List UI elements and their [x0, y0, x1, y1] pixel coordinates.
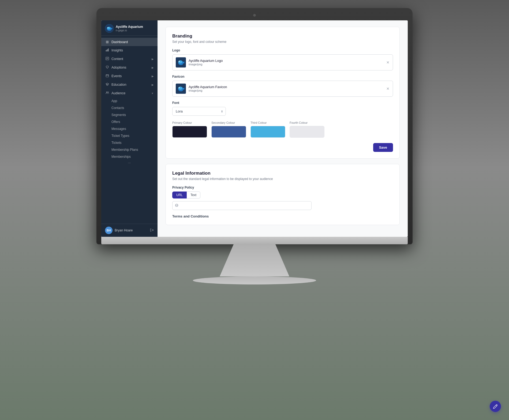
monitor-camera [101, 13, 408, 18]
sidebar-subitem-label: App [111, 99, 117, 103]
sidebar-item-insights[interactable]: Insights [101, 46, 158, 55]
sidebar-item-events[interactable]: Events ▶ [101, 72, 158, 80]
brand-name: Aycliffe Aquarium [116, 25, 143, 29]
sidebar-subitem-tickets[interactable]: Tickets [101, 139, 158, 146]
logo-label: Logo [172, 48, 393, 52]
svg-point-24 [178, 87, 182, 90]
third-colour-label: Third Colour [250, 121, 285, 124]
sidebar-subitem-label: Ticket Types [111, 134, 129, 138]
secondary-colour-swatch[interactable] [211, 126, 246, 138]
svg-rect-6 [108, 48, 109, 51]
logo-file-info: Aycliffe Aquarium Logo image/png [189, 59, 384, 66]
sidebar-item-content[interactable]: Content ▶ [101, 55, 158, 63]
sidebar-item-label: Insights [111, 48, 123, 52]
sidebar-subitem-label: Segments [111, 113, 126, 117]
secondary-colour-group: Secondary Colour [211, 121, 246, 138]
fourth-colour-group: Fourth Colour [290, 121, 324, 138]
privacy-policy-group: Privacy Policy URL Text [172, 186, 393, 210]
sidebar-item-adoptions[interactable]: Adoptions ▶ [101, 63, 158, 72]
font-label: Font [172, 101, 393, 105]
dashboard-icon: ⊞ [105, 40, 109, 44]
svg-point-21 [179, 61, 180, 62]
logo-thumbnail [176, 57, 186, 68]
font-select[interactable]: Lora Roboto Open Sans Montserrat Raleway [172, 107, 226, 116]
save-button[interactable]: Save [373, 143, 393, 152]
url-input-wrap [172, 201, 393, 210]
third-colour-group: Third Colour [250, 121, 285, 138]
adoptions-arrow: ▶ [152, 66, 154, 69]
sidebar-subitem-label: Membership Plans [111, 148, 138, 152]
favicon-remove-button[interactable]: ✕ [386, 87, 390, 91]
sidebar-subitem-messages[interactable]: Messages [101, 125, 158, 132]
education-arrow: ▶ [152, 83, 154, 86]
svg-point-2 [107, 27, 111, 29]
logo-file-name: Aycliffe Aquarium Logo [189, 59, 384, 63]
sidebar-subitem-label: Offers [111, 120, 120, 124]
sidebar-subitem-app[interactable]: App [101, 98, 158, 104]
secondary-colour-label: Secondary Colour [211, 121, 246, 124]
sidebar-subitem-offers[interactable]: Offers [101, 118, 158, 125]
branding-title: Branding [172, 33, 393, 39]
favicon-file-type: image/png [189, 89, 384, 92]
tab-text[interactable]: Text [187, 192, 200, 198]
sidebar-item-label: Audience [111, 91, 125, 95]
url-icon [175, 204, 178, 208]
sidebar-subitem-segments[interactable]: Segments [101, 111, 158, 118]
legal-subtitle: Set out the standard legal information t… [172, 177, 393, 181]
sidebar-subitem-label: Tickets [111, 141, 122, 145]
privacy-tab-group: URL Text [172, 192, 393, 198]
sidebar-item-education[interactable]: Education ▶ [101, 80, 158, 89]
primary-colour-label: Primary Colour [172, 121, 207, 124]
sidebar: Aycliffe Aquarium n-gage.io ⊞ Dashboard [101, 20, 158, 237]
tab-url[interactable]: URL [172, 192, 187, 198]
fab-edit-button[interactable] [490, 401, 501, 412]
adoptions-icon [105, 65, 109, 70]
third-colour-swatch[interactable] [250, 126, 285, 138]
sidebar-subitem-membership-plans[interactable]: Membership Plans [101, 146, 158, 153]
logo-remove-button[interactable]: ✕ [386, 60, 390, 65]
sidebar-subitem-label: Messages [111, 127, 126, 131]
primary-colour-group: Primary Colour [172, 121, 207, 138]
audience-icon [105, 91, 109, 95]
favicon-file-name: Aycliffe Aquarium Favicon [189, 85, 384, 89]
svg-point-3 [108, 27, 108, 28]
sidebar-subitem-label: Contacts [111, 106, 124, 110]
sidebar-item-audience[interactable]: Audience ▼ [101, 89, 158, 98]
svg-point-15 [106, 92, 107, 93]
sidebar-subitem-ticket-types[interactable]: Ticket Types [101, 132, 158, 139]
fourth-colour-label: Fourth Colour [290, 121, 324, 124]
url-input[interactable] [172, 201, 312, 210]
user-avatar: BH [105, 227, 113, 234]
monitor-chin [101, 237, 408, 244]
svg-rect-4 [106, 50, 107, 51]
sidebar-subitem-memberships[interactable]: Memberships [101, 153, 158, 160]
legal-title: Legal Information [172, 171, 393, 176]
sidebar-subitem-contacts[interactable]: Contacts [101, 104, 158, 111]
insights-icon [105, 48, 109, 52]
terms-conditions-label: Terms and Conditions [172, 214, 393, 218]
brand-url: n-gage.io [116, 29, 143, 32]
svg-point-16 [108, 92, 108, 93]
logo-file-box: Aycliffe Aquarium Logo image/png ✕ [172, 54, 393, 70]
font-select-wrap: Lora Roboto Open Sans Montserrat Raleway… [172, 107, 226, 116]
main-content: Branding Set your logo, font and colour … [158, 20, 408, 237]
sidebar-item-label: Education [111, 83, 126, 87]
save-row: Save [172, 143, 393, 152]
svg-rect-11 [106, 75, 108, 77]
favicon-file-box: Aycliffe Aquarium Favicon image/png ✕ [172, 81, 393, 97]
sidebar-item-label: Dashboard [111, 40, 128, 44]
primary-colour-swatch[interactable] [172, 126, 207, 138]
sidebar-brand: Aycliffe Aquarium n-gage.io [101, 20, 158, 36]
scroll-indicator: — [101, 160, 158, 165]
fourth-colour-swatch[interactable] [290, 126, 324, 138]
favicon-label: Favicon [172, 75, 393, 78]
branding-section: Branding Set your logo, font and colour … [166, 27, 400, 159]
favicon-thumbnail [176, 84, 186, 94]
branding-subtitle: Set your logo, font and colour scheme [172, 40, 393, 44]
content-icon [105, 57, 109, 61]
content-arrow: ▶ [152, 58, 154, 61]
svg-point-25 [179, 87, 180, 88]
svg-line-29 [496, 405, 497, 406]
logout-button[interactable] [150, 228, 154, 233]
sidebar-item-dashboard[interactable]: ⊞ Dashboard [101, 38, 158, 46]
